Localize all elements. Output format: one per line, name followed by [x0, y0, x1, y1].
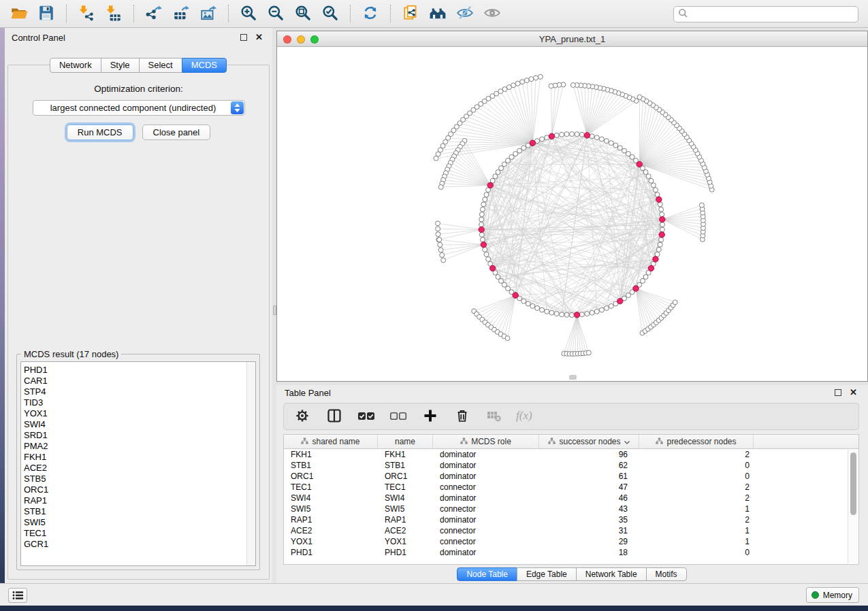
mcds-result-item[interactable]: SWI4: [21, 419, 255, 430]
eye-icon: [483, 4, 501, 24]
mcds-list-scrollbar[interactable]: [246, 362, 255, 565]
zoom-fit-button[interactable]: [289, 2, 317, 25]
mcds-result-item[interactable]: SWI5: [21, 517, 255, 528]
tab-network[interactable]: Network: [50, 58, 101, 73]
tab-node-table[interactable]: Node Table: [457, 567, 517, 581]
column-header-shared-name[interactable]: shared name: [284, 435, 378, 448]
toolbar-separator: [133, 5, 134, 22]
table-row[interactable]: ORC1ORC1dominator610: [284, 471, 858, 482]
search-input[interactable]: [688, 10, 854, 19]
table-row[interactable]: FKH1FKH1dominator962: [284, 449, 858, 460]
mcds-result-item[interactable]: YOX1: [21, 408, 255, 419]
table-panel-titlebar: Table Panel ✕: [276, 385, 868, 400]
export-table-button[interactable]: [167, 2, 195, 25]
mcds-result-item[interactable]: TEC1: [21, 528, 255, 539]
open-session-button[interactable]: [5, 2, 33, 25]
table-cell: dominator: [433, 493, 539, 503]
table-panel-close-icon[interactable]: ✕: [850, 389, 857, 396]
mcds-result-item[interactable]: PMA2: [21, 441, 255, 452]
table-panel-title: Table Panel: [285, 388, 835, 398]
splitter-grip[interactable]: [273, 306, 276, 315]
mcds-result-item[interactable]: GCR1: [21, 539, 255, 550]
delete-columns-button[interactable]: [452, 406, 472, 427]
mcds-result-item[interactable]: SRD1: [21, 430, 255, 441]
column-header-successor-nodes[interactable]: successor nodes: [539, 435, 639, 448]
mcds-result-list[interactable]: PHD1CAR1STP4TID3YOX1SWI4SRD1PMA2FKH1ACE2…: [20, 361, 256, 566]
tab-mcds[interactable]: MCDS: [182, 58, 227, 73]
search-box[interactable]: [673, 6, 858, 22]
close-panel-icon[interactable]: ✕: [255, 34, 263, 41]
tab-select[interactable]: Select: [139, 58, 182, 73]
table-row[interactable]: TEC1TEC1connector472: [284, 482, 858, 493]
table-row[interactable]: SWI4SWI4dominator462: [284, 493, 858, 503]
close-panel-button[interactable]: Close panel: [142, 125, 211, 140]
table-cell: 96: [539, 449, 639, 460]
select-all-button[interactable]: [356, 406, 376, 427]
table-cell: TEC1: [284, 482, 378, 493]
table-cell: RAP1: [378, 514, 433, 525]
mcds-result-item[interactable]: STP4: [21, 386, 255, 397]
tab-motifs[interactable]: Motifs: [646, 567, 687, 581]
tab-network-table[interactable]: Network Table: [576, 567, 647, 581]
network-canvas[interactable]: [277, 47, 867, 381]
table-mode-button[interactable]: [292, 406, 312, 427]
network-hscroll-thumb[interactable]: [569, 375, 577, 380]
export-network-button[interactable]: [140, 2, 167, 25]
table-row[interactable]: RAP1RAP1dominator352: [284, 514, 858, 525]
tab-edge-table[interactable]: Edge Table: [517, 567, 577, 581]
deselect-all-button[interactable]: [388, 406, 408, 427]
mcds-result-item[interactable]: ACE2: [21, 463, 255, 474]
export-table-icon: [172, 4, 190, 24]
network-graph[interactable]: [277, 47, 867, 381]
table-cell: 61: [539, 471, 639, 482]
window-close-icon[interactable]: [283, 35, 291, 44]
mcds-result-item[interactable]: FKH1: [21, 452, 255, 463]
table-row[interactable]: PHD1PHD1dominator180: [284, 547, 858, 558]
column-header-MCDS-role[interactable]: MCDS role: [433, 435, 539, 448]
control-panel: Control Panel ✕ NetworkStyleSelectMCDS O…: [5, 28, 272, 583]
window-maximize-icon[interactable]: [310, 35, 319, 44]
mcds-result-item[interactable]: PHD1: [21, 365, 255, 376]
show-column-panel-button[interactable]: [324, 406, 344, 427]
zoom-selected-button[interactable]: [317, 2, 344, 25]
table-vscrollbar[interactable]: [848, 450, 858, 563]
tab-style[interactable]: Style: [101, 58, 140, 73]
new-network-from-selection-button[interactable]: [397, 2, 424, 25]
table-cell: PHD1: [284, 547, 378, 558]
network-window-titlebar[interactable]: YPA_prune.txt_1: [277, 31, 867, 47]
apply-layout-button[interactable]: [357, 2, 384, 25]
mcds-result-item[interactable]: RAP1: [21, 495, 255, 506]
table-cell: dominator: [433, 449, 539, 460]
task-history-button[interactable]: [8, 588, 27, 603]
mcds-result-item[interactable]: STB5: [21, 474, 255, 484]
run-mcds-button[interactable]: Run MCDS: [67, 125, 133, 140]
create-column-button[interactable]: [420, 406, 440, 427]
table-row[interactable]: STB1STB1dominator620: [284, 460, 858, 471]
column-header-name[interactable]: name: [378, 435, 433, 448]
save-session-button[interactable]: [33, 2, 60, 25]
mcds-result-item[interactable]: TID3: [21, 397, 255, 408]
zoom-out-button[interactable]: [262, 2, 289, 25]
trash-icon: [455, 408, 470, 425]
show-all-button[interactable]: [479, 2, 506, 25]
hide-selected-button[interactable]: [451, 2, 479, 25]
mcds-result-item[interactable]: CAR1: [21, 376, 255, 386]
column-header-predecessor-nodes[interactable]: predecessor nodes: [639, 435, 754, 448]
mcds-result-item[interactable]: STB1: [21, 506, 255, 517]
optimization-criterion-select[interactable]: largest connected component (undirected): [33, 100, 245, 116]
export-image-button[interactable]: [195, 2, 222, 25]
import-network-button[interactable]: [73, 2, 100, 25]
table-row[interactable]: SWI5SWI5connector431: [284, 503, 858, 514]
table-row[interactable]: ACE2ACE2connector311: [284, 525, 858, 536]
mcds-result-item[interactable]: ORC1: [21, 484, 255, 495]
import-table-button[interactable]: [100, 2, 127, 25]
table-vscroll-thumb[interactable]: [850, 452, 856, 515]
table-panel-float-icon[interactable]: [835, 389, 841, 396]
table-cell: ORC1: [284, 471, 378, 482]
zoom-in-button[interactable]: [235, 2, 262, 25]
first-neighbors-button[interactable]: [424, 2, 451, 25]
window-minimize-icon[interactable]: [297, 35, 305, 44]
float-panel-icon[interactable]: [240, 34, 247, 41]
table-row[interactable]: YOX1YOX1connector291: [284, 536, 858, 547]
memory-button[interactable]: Memory: [806, 587, 859, 603]
